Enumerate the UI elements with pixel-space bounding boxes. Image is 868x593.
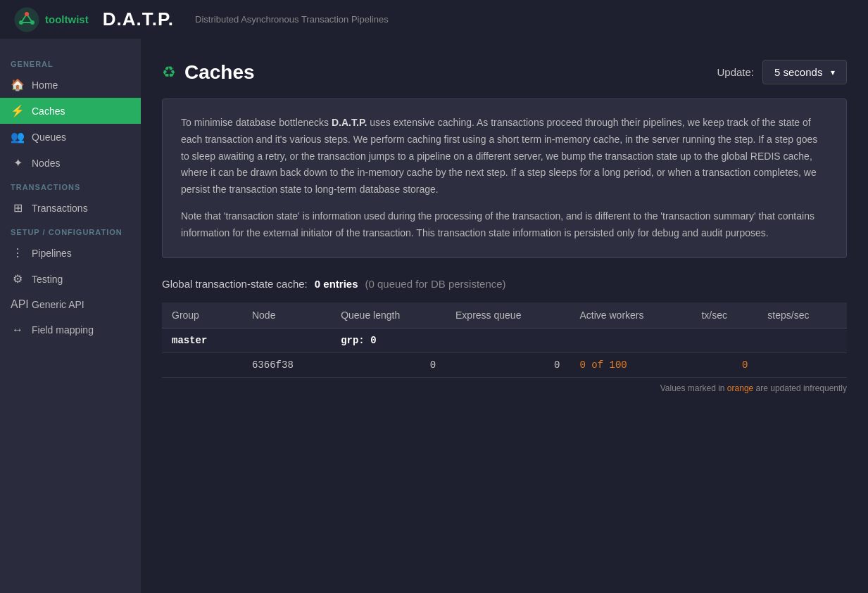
topbar: tooltwist D.A.T.P. Distributed Asynchron… (0, 0, 868, 39)
table-row: master grp: 0 (162, 328, 847, 352)
sidebar-item-generic-api[interactable]: APIGeneric API (0, 292, 141, 317)
sidebar-item-label: Queues (32, 132, 66, 143)
sidebar-item-label: Pipelines (32, 248, 72, 259)
sidebar-item-label: Transactions (32, 203, 88, 214)
sidebar-section-label: TRANSACTIONS (0, 176, 141, 195)
cell-queue-length: grp: 0 (331, 328, 446, 352)
logo-area: tooltwist (14, 7, 89, 32)
sidebar-item-testing[interactable]: ⚙Testing (0, 266, 141, 292)
update-label: Update: (717, 66, 754, 78)
sidebar-item-field-mapping[interactable]: ↔Field mapping (0, 317, 141, 343)
table-body: master grp: 0 6366f38 0 0 0 of 100 0 (162, 328, 847, 377)
update-area: Update: 5 seconds ▾ (717, 60, 847, 84)
cell-active-workers: 0 of 100 (570, 352, 691, 377)
update-value: 5 seconds (774, 66, 822, 78)
cache-queued: (0 queued for DB persistence) (365, 278, 505, 290)
col-group: Group (162, 302, 242, 329)
caches-icon: ♻ (162, 63, 176, 82)
sidebar-item-queues[interactable]: 👥Queues (0, 124, 141, 150)
cell-group (162, 352, 242, 377)
cache-table: Group Node Queue length Express queue Ac… (162, 302, 847, 378)
logo-text: tooltwist (45, 13, 89, 25)
table-header-row: Group Node Queue length Express queue Ac… (162, 302, 847, 329)
pipelines-icon: ⋮ (11, 246, 25, 260)
cell-group: master (162, 328, 242, 352)
cell-express-queue: 0 (446, 352, 570, 377)
table-row: 6366f38 0 0 0 of 100 0 (162, 352, 847, 377)
col-express-queue: Express queue (446, 302, 570, 329)
svg-point-0 (15, 8, 39, 32)
transactions-icon: ⊞ (11, 201, 25, 215)
cache-stats: Global transaction-state cache: 0 entrie… (162, 278, 847, 290)
info-paragraph-2: Note that 'transaction state' is informa… (181, 208, 828, 242)
main-content: ♻ Caches Update: 5 seconds ▾ To minimise… (141, 39, 868, 593)
sidebar-item-label: Generic API (32, 299, 84, 310)
col-active-workers: Active workers (570, 302, 691, 329)
col-steps-sec: steps/sec (757, 302, 847, 329)
sidebar: GENERAL🏠Home⚡Caches👥Queues✦NodesTRANSACT… (0, 39, 141, 593)
cell-node (242, 328, 331, 352)
cell-tx-sec: 0 (691, 352, 757, 377)
table-note-text: Values marked in orange are updated infr… (660, 383, 847, 393)
col-queue-length: Queue length (331, 302, 446, 329)
update-dropdown[interactable]: 5 seconds ▾ (762, 60, 847, 84)
cache-count: 0 entries (315, 278, 358, 290)
table-note: Values marked in orange are updated infr… (162, 383, 847, 393)
caches-icon: ⚡ (11, 104, 25, 117)
chevron-down-icon: ▾ (831, 68, 835, 77)
svg-point-1 (25, 12, 29, 16)
table-header: Group Node Queue length Express queue Ac… (162, 302, 847, 329)
svg-point-3 (30, 20, 34, 25)
testing-icon: ⚙ (11, 272, 25, 286)
cell-tx-sec (691, 328, 757, 352)
cell-steps-sec (757, 352, 847, 377)
col-node: Node (242, 302, 331, 329)
cell-steps-sec (757, 328, 847, 352)
sidebar-item-label: Home (32, 79, 58, 91)
sidebar-item-label: Field mapping (32, 324, 94, 336)
logo-icon (14, 7, 39, 32)
layout: GENERAL🏠Home⚡Caches👥Queues✦NodesTRANSACT… (0, 39, 868, 593)
field-mapping-icon: ↔ (11, 324, 25, 336)
sidebar-item-home[interactable]: 🏠Home (0, 72, 141, 98)
sidebar-section-label: SETUP / CONFIGURATION (0, 221, 141, 240)
cell-express-queue (446, 328, 570, 352)
sidebar-section-label: GENERAL (0, 53, 141, 72)
sidebar-item-label: Testing (32, 274, 63, 285)
cache-stats-label: Global transaction-state cache: (162, 278, 308, 290)
cell-active-workers (570, 328, 691, 352)
home-icon: 🏠 (11, 78, 25, 91)
nodes-icon: ✦ (11, 156, 25, 170)
page-header: ♻ Caches Update: 5 seconds ▾ (162, 60, 847, 84)
generic-api-icon: API (11, 298, 25, 311)
svg-point-2 (19, 20, 23, 25)
sidebar-item-caches[interactable]: ⚡Caches (0, 98, 141, 124)
cell-node: 6366f38 (242, 352, 331, 377)
sidebar-item-label: Nodes (32, 158, 60, 169)
sidebar-item-nodes[interactable]: ✦Nodes (0, 150, 141, 176)
page-title: Caches (184, 61, 255, 84)
sidebar-item-transactions[interactable]: ⊞Transactions (0, 195, 141, 221)
cell-queue-length: 0 (331, 352, 446, 377)
sidebar-item-label: Caches (32, 106, 65, 117)
app-subtitle: Distributed Asynchronous Transaction Pip… (195, 14, 389, 25)
brand-name: D.A.T.P. (332, 117, 367, 128)
info-box: To minimise database bottlenecks D.A.T.P… (162, 98, 847, 258)
info-paragraph-1: To minimise database bottlenecks D.A.T.P… (181, 115, 828, 198)
app-title: D.A.T.P. (103, 8, 174, 30)
page-title-area: ♻ Caches (162, 61, 255, 84)
col-tx-sec: tx/sec (691, 302, 757, 329)
queues-icon: 👥 (11, 130, 25, 144)
sidebar-item-pipelines[interactable]: ⋮Pipelines (0, 240, 141, 266)
